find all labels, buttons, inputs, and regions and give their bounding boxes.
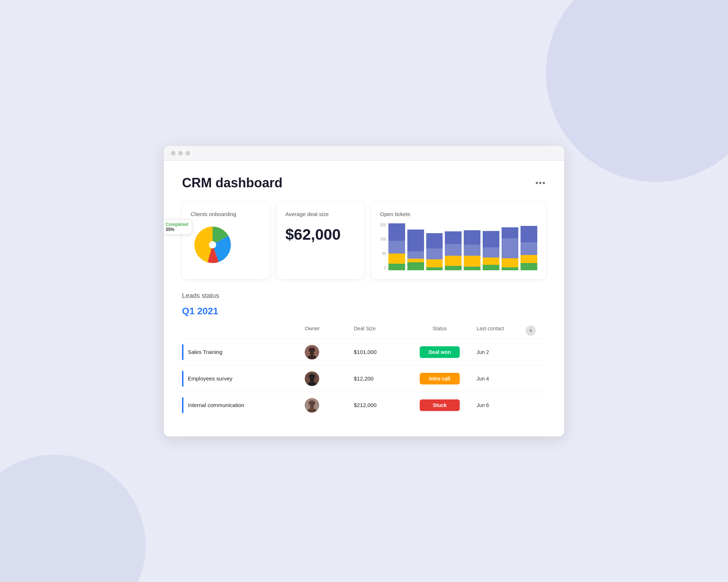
page-title: CRM dashboard bbox=[182, 175, 282, 191]
col-header-status: Status bbox=[403, 326, 476, 336]
row-status: Deal won bbox=[403, 346, 476, 358]
bar-stack-1 bbox=[407, 223, 424, 270]
bar-segment bbox=[502, 227, 518, 238]
bar-segment bbox=[502, 267, 518, 270]
window-dot-1 bbox=[171, 151, 175, 155]
avatar bbox=[305, 345, 319, 359]
svg-point-16 bbox=[310, 405, 314, 408]
row-name-text: Sales Training bbox=[188, 349, 222, 355]
bar-stack-0 bbox=[388, 223, 405, 270]
row-owner bbox=[305, 345, 354, 359]
bar-segment bbox=[407, 259, 424, 262]
average-deal-title: Average deal size bbox=[285, 211, 355, 217]
table-row[interactable]: Sales Training $101,000Deal wonJun 2 bbox=[182, 339, 546, 366]
col-header-deal-size: Deal Size bbox=[354, 326, 403, 336]
pie-tooltip-value: 35% bbox=[166, 227, 188, 232]
row-name-text: Employees survey bbox=[188, 375, 233, 382]
bar-segment bbox=[521, 226, 537, 242]
pie-tooltip: Completed 35% bbox=[164, 219, 192, 235]
bar-segment bbox=[464, 267, 480, 270]
bar-segment bbox=[483, 258, 499, 265]
average-deal-value: $62,000 bbox=[285, 226, 355, 243]
y-label-150: 150 bbox=[380, 223, 386, 227]
row-name: Sales Training bbox=[182, 344, 305, 360]
bar-segment bbox=[426, 248, 443, 259]
svg-point-4 bbox=[309, 347, 315, 352]
bar-stack-2 bbox=[426, 223, 443, 270]
status-badge[interactable]: Intro call bbox=[420, 373, 460, 384]
table-row[interactable]: Employees survey $12,200Intro callJun 4 bbox=[182, 366, 546, 392]
svg-point-1 bbox=[209, 241, 216, 248]
bar-chart-y-axis: 150 100 50 0 bbox=[380, 223, 386, 270]
row-left-bar bbox=[182, 344, 183, 360]
open-tickets-card: Open tickets 150 100 50 0 bbox=[371, 202, 546, 279]
cards-row: Clients onboarding Completed 35% bbox=[182, 202, 546, 279]
row-deal-size: $12,200 bbox=[354, 375, 403, 382]
svg-point-11 bbox=[310, 379, 314, 382]
pie-svg bbox=[191, 223, 234, 267]
avatar bbox=[305, 371, 319, 386]
row-last-contact: Jun 2 bbox=[476, 349, 526, 355]
status-badge[interactable]: Stuck bbox=[420, 399, 460, 411]
row-name-text: Internal communication bbox=[188, 402, 244, 408]
bar-segment bbox=[483, 231, 499, 247]
bar-segment bbox=[445, 256, 462, 266]
bar-segment bbox=[502, 238, 518, 258]
table-header: Owner Deal Size Status Last contact + bbox=[182, 323, 546, 339]
bar-chart bbox=[388, 223, 537, 270]
bar-segment bbox=[445, 244, 462, 256]
row-name: Internal communication bbox=[182, 397, 305, 413]
bar-segment bbox=[521, 255, 537, 263]
row-last-contact: Jun 6 bbox=[476, 402, 526, 408]
bar-segment bbox=[445, 231, 462, 244]
leads-section: Leads status Q1 2021 Owner Deal Size Sta… bbox=[182, 292, 546, 418]
clients-onboarding-title: Clients onboarding bbox=[191, 211, 261, 217]
row-last-contact: Jun 4 bbox=[476, 376, 526, 382]
col-header-last-contact: Last contact bbox=[476, 326, 526, 336]
col-header-name bbox=[182, 326, 305, 336]
more-options-button[interactable]: ••• bbox=[535, 178, 546, 188]
bar-segment bbox=[445, 266, 462, 270]
row-left-bar bbox=[182, 397, 183, 413]
row-deal-size: $101,000 bbox=[354, 349, 403, 355]
bar-segment bbox=[426, 259, 443, 267]
y-label-50: 50 bbox=[380, 252, 386, 256]
clients-onboarding-card: Clients onboarding Completed 35% bbox=[182, 202, 269, 279]
bar-segment bbox=[464, 245, 480, 256]
row-status: Stuck bbox=[403, 399, 476, 411]
pie-chart: Completed 35% bbox=[191, 223, 234, 267]
svg-point-6 bbox=[310, 352, 314, 355]
open-tickets-title: Open tickets bbox=[380, 211, 537, 217]
bar-segment bbox=[407, 230, 424, 251]
bar-segment bbox=[426, 267, 443, 270]
y-label-100: 100 bbox=[380, 237, 386, 241]
bar-stack-3 bbox=[445, 223, 462, 270]
pie-container: Completed 35% bbox=[191, 223, 261, 267]
bar-segment bbox=[483, 265, 499, 270]
quarter-label: Q1 2021 bbox=[182, 306, 546, 317]
y-label-0: 0 bbox=[380, 266, 386, 270]
bar-stack-6 bbox=[502, 223, 518, 270]
col-header-owner: Owner bbox=[305, 326, 354, 336]
titlebar bbox=[164, 146, 564, 161]
bar-segment bbox=[407, 262, 424, 270]
window-dot-2 bbox=[178, 151, 183, 155]
table-row[interactable]: Internal communication $212,000StuckJun … bbox=[182, 392, 546, 418]
add-row-button[interactable]: + bbox=[526, 326, 536, 336]
bg-circle-top bbox=[546, 0, 728, 182]
bar-chart-wrapper: 150 100 50 0 bbox=[380, 223, 537, 270]
bg-circle-bottom bbox=[0, 455, 146, 582]
bar-segment bbox=[426, 233, 443, 248]
svg-point-9 bbox=[309, 374, 315, 379]
page-header: CRM dashboard ••• bbox=[182, 175, 546, 191]
average-deal-card: Average deal size $62,000 bbox=[277, 202, 364, 279]
status-badge[interactable]: Deal won bbox=[420, 346, 460, 358]
bar-segment bbox=[388, 241, 405, 254]
bar-segment bbox=[464, 256, 480, 267]
bar-segment bbox=[464, 230, 480, 245]
pie-tooltip-label: Completed bbox=[166, 222, 188, 227]
svg-point-14 bbox=[309, 400, 315, 406]
bar-segment bbox=[388, 254, 405, 264]
bar-segment bbox=[388, 223, 405, 241]
main-content: CRM dashboard ••• Clients onboarding Com… bbox=[164, 161, 564, 436]
